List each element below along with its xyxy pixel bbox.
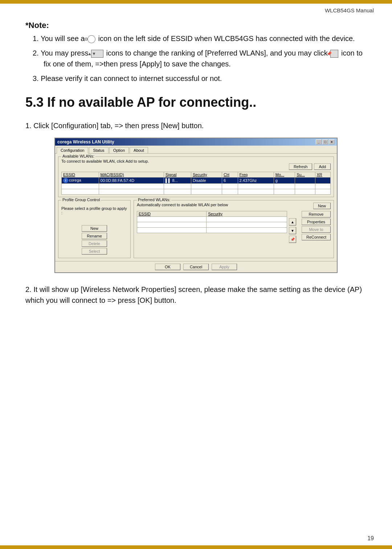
table-header-row: ESSID MAC(BSSID) Signal Security CH Freq… xyxy=(62,172,331,178)
profile-buttons: New Rename Delete Select xyxy=(61,225,127,255)
col-security: Security xyxy=(191,172,222,178)
win-footer: OK Cancel Apply xyxy=(55,261,337,272)
row-xr xyxy=(315,178,331,184)
profile-group-label: Profile Group Control xyxy=(61,198,101,202)
preferred-tbody xyxy=(137,217,287,233)
profile-group: Profile Group Control Please select a pr… xyxy=(58,200,131,258)
preferred-top: Automatically connect to available WLAN … xyxy=(137,203,331,209)
profile-select-btn[interactable]: Select xyxy=(82,248,107,255)
page-header: WLCB54GS Manual xyxy=(0,4,392,13)
row-security: Disable xyxy=(191,178,222,184)
note-list: 1. You will see a ⚙ icon on the left sid… xyxy=(25,33,367,84)
manual-title: WLCB54GS Manual xyxy=(325,7,374,13)
pin-icon: 📌 xyxy=(330,50,338,58)
apply-button[interactable]: Apply xyxy=(212,264,237,270)
win-body: Available WLANs: To connect to available… xyxy=(55,154,337,261)
top-gold-bar xyxy=(0,0,392,4)
preferred-remove-btn[interactable]: Remove xyxy=(302,211,331,217)
col-mac: MAC(BSSID) xyxy=(99,172,164,178)
win-dialog: corega Wireless LAN Utility _ □ × Config… xyxy=(54,138,338,273)
preferred-moveto-btn[interactable]: Move to xyxy=(302,226,331,233)
note-item-3: 3. Please verify it can connect to inter… xyxy=(33,73,367,84)
arrow-icons: ▲▼ xyxy=(91,50,103,58)
profile-rename-btn[interactable]: Rename xyxy=(82,233,107,239)
preferred-row-empty-3 xyxy=(137,228,287,233)
available-wlans-tbody: icorega 00:0D:88:FA:57:4D ▌▌ 8... Disabl… xyxy=(62,178,331,195)
row-mac: 00:0D:88:FA:57:4D xyxy=(99,178,164,184)
pref-col-essid: ESSID xyxy=(137,211,207,217)
maximize-btn[interactable]: □ xyxy=(322,139,328,145)
preferred-wlans-label: Preferred WLANs: xyxy=(137,198,171,202)
preferred-properties-btn[interactable]: Properties xyxy=(302,219,331,225)
main-content: *Note: 1. You will see a ⚙ icon on the l… xyxy=(0,13,392,320)
row-ch: 6 xyxy=(222,178,238,184)
page-number: 19 xyxy=(367,535,374,542)
table-row[interactable]: icorega 00:0D:88:FA:57:4D ▌▌ 8... Disabl… xyxy=(62,178,331,184)
available-wlans-thead: ESSID MAC(BSSID) Signal Security CH Freq… xyxy=(62,172,331,178)
profile-delete-btn[interactable]: Delete xyxy=(82,240,107,247)
note-item-2: 2. You may press ▲▼ icons to change the … xyxy=(33,48,367,69)
preferred-wlans-group: Preferred WLANs: Automatically connect t… xyxy=(134,200,334,258)
move-up-icon[interactable]: ▲ xyxy=(289,218,296,225)
profile-desc: Please select a profile group to apply : xyxy=(61,206,127,215)
refresh-button[interactable]: Refresh xyxy=(289,163,313,170)
preferred-thead: ESSID Security xyxy=(137,211,287,217)
preferred-table-area: ESSID Security xyxy=(137,211,287,243)
bottom-gold-bar xyxy=(0,545,392,549)
available-wlans-group: Available WLANs: To connect to available… xyxy=(58,156,334,197)
available-wlans-desc: To connect to available WLAN, click Add … xyxy=(61,159,331,170)
col-freq: Freq xyxy=(238,172,274,178)
tab-status[interactable]: Status xyxy=(89,147,108,153)
col-xr: XR xyxy=(315,172,331,178)
col-ch: CH xyxy=(222,172,238,178)
titlebar-buttons: _ □ × xyxy=(316,139,335,145)
tab-about[interactable]: About xyxy=(130,147,148,153)
step1-text: 1. Click [Configuration] tab, => then pr… xyxy=(25,120,367,131)
row-freq: 2.437Ghz xyxy=(238,178,274,184)
pref-col-security: Security xyxy=(207,211,287,217)
tab-option[interactable]: Option xyxy=(109,147,129,153)
preferred-row-empty-1 xyxy=(137,217,287,222)
connected-icon: ⚙ xyxy=(87,35,95,43)
dialog-title: corega Wireless LAN Utility xyxy=(57,139,114,145)
ok-button[interactable]: OK xyxy=(155,264,180,270)
preferred-reconnect-btn[interactable]: ReConnect xyxy=(302,234,331,240)
bottom-panels: Profile Group Control Please select a pr… xyxy=(58,200,334,258)
preferred-side: ESSID Security xyxy=(137,211,331,243)
col-signal: Signal xyxy=(164,172,191,178)
row-essid: icorega xyxy=(62,178,99,184)
win-tabs: Configuration Status Option About xyxy=(55,146,337,154)
minimize-btn[interactable]: _ xyxy=(316,139,322,145)
row-mo: g xyxy=(274,178,295,184)
move-down-icon[interactable]: ▼ xyxy=(289,227,296,234)
preferred-icons: ▲ ▼ 📌 xyxy=(289,218,296,243)
profile-new-btn[interactable]: New xyxy=(82,225,107,232)
preferred-table: ESSID Security xyxy=(137,211,287,233)
note-item-1: 1. You will see a ⚙ icon on the left sid… xyxy=(33,33,367,44)
step2-text: 2. It will show up [Wireless Network Pro… xyxy=(25,284,367,306)
col-su: Su... xyxy=(295,172,315,178)
info-icon: i xyxy=(63,178,68,183)
table-row-empty-2 xyxy=(62,189,331,195)
preferred-header-row: ESSID Security xyxy=(137,211,287,217)
col-essid: ESSID xyxy=(62,172,99,178)
preferred-new-btn[interactable]: New xyxy=(313,203,331,209)
cancel-button[interactable]: Cancel xyxy=(183,264,209,270)
available-wlans-label: Available WLANs: xyxy=(61,154,95,158)
preferred-row-empty-2 xyxy=(137,222,287,228)
pin-fix-icon[interactable]: 📌 xyxy=(289,236,296,243)
available-wlans-table: ESSID MAC(BSSID) Signal Security CH Freq… xyxy=(61,172,331,195)
col-mo: Mo... xyxy=(274,172,295,178)
section-title: 5.3 If no available AP for connecting.. xyxy=(25,95,367,110)
table-row-empty-1 xyxy=(62,184,331,189)
row-su xyxy=(295,178,315,184)
win-titlebar: corega Wireless LAN Utility _ □ × xyxy=(55,138,337,146)
preferred-desc: Automatically connect to available WLAN … xyxy=(137,203,313,207)
close-btn[interactable]: × xyxy=(329,139,335,145)
add-button[interactable]: Add xyxy=(314,163,331,170)
note-section: *Note: 1. You will see a ⚙ icon on the l… xyxy=(25,21,367,84)
preferred-right-buttons: Remove Properties Move to ReConnect xyxy=(302,211,331,243)
row-signal: ▌▌ 8... xyxy=(164,178,191,184)
tab-configuration[interactable]: Configuration xyxy=(57,147,88,154)
note-title: *Note: xyxy=(25,21,367,30)
